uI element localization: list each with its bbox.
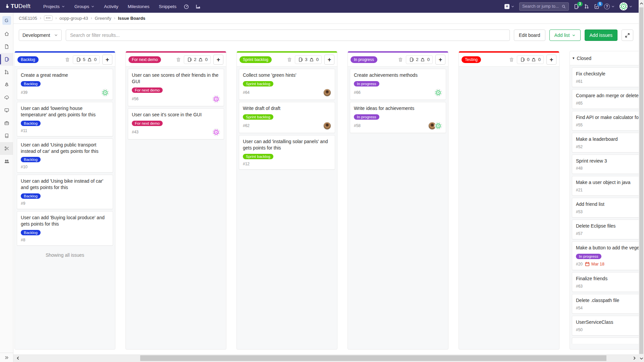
assignee-avatar-photo[interactable] — [323, 89, 331, 97]
board-list-body[interactable]: Create a great readmeBacklog#39User can … — [15, 67, 115, 349]
edit-board-button[interactable]: Edit board — [514, 29, 545, 41]
issue-label[interactable]: Backlog — [21, 230, 41, 235]
sidebar-item-file[interactable] — [0, 40, 13, 53]
add-card-button[interactable]: + — [435, 55, 445, 65]
nav-snippets[interactable]: Snippets — [155, 2, 180, 11]
breadcrumb-ellipsis[interactable]: ••• — [44, 15, 53, 21]
add-card-button[interactable]: + — [546, 55, 556, 65]
chart-icon[interactable] — [192, 2, 204, 11]
sidebar-item-monitor[interactable] — [0, 104, 13, 117]
add-list-button[interactable]: Add list — [549, 29, 581, 41]
assignee-avatar-identicon[interactable] — [212, 128, 220, 136]
delete-list-icon[interactable] — [176, 57, 181, 62]
horizontal-scroll-thumb[interactable] — [140, 355, 606, 361]
add-card-button[interactable]: + — [213, 55, 223, 65]
issue-card[interactable]: Sprint review 3#48 — [572, 155, 639, 174]
issue-label[interactable]: Sprint backlog — [243, 114, 273, 120]
fullscreen-button[interactable] — [622, 29, 633, 41]
assignee-avatar-identicon[interactable] — [434, 89, 442, 97]
new-menu-button[interactable]: + — [504, 4, 515, 9]
issue-card[interactable]: Write ideas for achievementsIn progress#… — [350, 102, 446, 133]
issue-label[interactable]: Sprint backlog — [243, 81, 273, 86]
issue-card[interactable]: User can see scores of their friends in … — [128, 69, 224, 106]
issue-card[interactable]: Add friend list#53 — [572, 198, 639, 218]
issue-card[interactable]: Finalize friends#63 — [572, 272, 639, 292]
breadcrumb-item-cse1105[interactable]: CSE1105 — [19, 16, 37, 21]
scroll-down-button[interactable] — [639, 356, 644, 361]
vertical-scrollbar[interactable] — [639, 0, 644, 362]
sidebar-item-rocket[interactable] — [0, 78, 13, 91]
issue-card[interactable]: Create achievements methodsIn progress#6… — [350, 69, 446, 100]
delete-list-icon[interactable] — [65, 57, 70, 62]
issue-card[interactable]: Make a leaderboard#52 — [572, 133, 639, 153]
delete-list-icon[interactable] — [398, 57, 403, 62]
issues-shortcut[interactable]: 3 — [574, 4, 579, 9]
issue-card[interactable]: User can add 'installing solar panels' a… — [239, 135, 335, 170]
issue-label[interactable]: For next demo — [132, 121, 163, 126]
board-list-body[interactable]: Fix checkstyle#61Compare adn merge or de… — [570, 65, 639, 349]
merge-requests-shortcut[interactable] — [584, 4, 589, 9]
collapse-caret-icon[interactable]: ▾ — [573, 56, 575, 60]
board-list-body[interactable]: Collect some 'green hints'Sprint backlog… — [237, 67, 337, 349]
issue-card[interactable]: Collect some 'green hints'Sprint backlog… — [239, 69, 335, 100]
sidebar-item-scissors[interactable] — [0, 142, 13, 155]
nav-milestones[interactable]: Milestones — [124, 2, 154, 11]
global-search-input[interactable] — [522, 4, 561, 9]
issue-card[interactable]: User can add 'Using public transport ins… — [17, 138, 113, 173]
scroll-left-button[interactable] — [13, 354, 22, 362]
global-search[interactable] — [519, 2, 569, 11]
horizontal-scrollbar[interactable] — [13, 354, 639, 362]
scroll-right-button[interactable] — [630, 354, 639, 362]
issue-card[interactable]: Delete .classpath file#54 — [572, 294, 639, 314]
sidebar-expand-button[interactable] — [0, 353, 13, 362]
tudelft-logo[interactable]: TUDelft — [5, 3, 31, 10]
delete-list-icon[interactable] — [287, 57, 292, 62]
issue-label[interactable]: In progress — [354, 114, 379, 120]
issue-card[interactable]: User can add 'lowering house temperature… — [17, 102, 113, 136]
help-menu[interactable]: ? — [604, 4, 615, 9]
board-list-body[interactable]: User can see scores of their friends in … — [126, 67, 226, 349]
project-avatar[interactable]: G — [2, 16, 11, 25]
issue-card[interactable]: Make a button to add the vegetarianIn pr… — [572, 241, 639, 270]
vertical-scroll-thumb[interactable] — [639, 7, 643, 354]
issue-card[interactable]: Find API or make calculator for CO2#55 — [572, 111, 639, 131]
issue-label[interactable]: Sprint backlog — [243, 154, 273, 159]
issue-label[interactable]: In progress — [576, 254, 601, 259]
issue-card[interactable]: User can add 'Buying local produce' and … — [17, 211, 113, 246]
issue-card-partial[interactable] — [572, 338, 639, 344]
delete-list-icon[interactable] — [509, 57, 514, 62]
sidebar-item-package[interactable] — [0, 117, 13, 129]
add-card-button[interactable]: + — [324, 55, 334, 65]
nav-projects[interactable]: Projects — [39, 2, 69, 11]
todos-shortcut[interactable]: 5 — [594, 4, 599, 9]
issue-label[interactable]: Backlog — [21, 121, 41, 126]
issue-card[interactable]: Create a great readmeBacklog#39 — [17, 69, 113, 100]
breadcrumb-item-greenify[interactable]: Greenify — [95, 16, 111, 21]
issue-label[interactable]: Backlog — [21, 193, 41, 199]
sidebar-item-merge-request[interactable] — [0, 66, 13, 78]
assignee-avatar-photo[interactable] — [323, 122, 331, 130]
nav-groups[interactable]: Groups — [70, 2, 99, 11]
nav-activity[interactable]: Activity — [100, 2, 122, 11]
board-list-body[interactable]: Create achievements methodsIn progress#6… — [348, 67, 448, 349]
issue-card[interactable]: User can add 'Using bike instead of car'… — [17, 175, 113, 209]
breadcrumb-item-oopp-group-43[interactable]: oopp-group-43 — [59, 16, 88, 21]
assignee-avatar-identicon[interactable] — [434, 122, 442, 130]
board-switcher[interactable]: Development — [19, 29, 62, 41]
sidebar-item-book[interactable] — [0, 129, 13, 142]
issue-label[interactable]: For next demo — [132, 87, 163, 93]
sidebar-item-users[interactable] — [0, 155, 13, 168]
issue-card[interactable]: Make a user object in java#21 — [572, 176, 639, 196]
issue-card[interactable]: User can see it's score in the GUIFor ne… — [128, 108, 224, 139]
add-issues-button[interactable]: Add issues — [585, 29, 618, 41]
issue-card[interactable]: Compare adn merge or delete old branches… — [572, 89, 639, 109]
issue-card[interactable]: Write draft of draftSprint backlog#62 — [239, 102, 335, 133]
assignee-avatar-identicon[interactable] — [101, 89, 109, 97]
issue-card[interactable]: Delete Eclipse files#57 — [572, 220, 639, 239]
issue-card[interactable]: Fix checkstyle#61 — [572, 67, 639, 87]
board-filter-input[interactable] — [66, 29, 510, 41]
dashboard-icon[interactable] — [180, 2, 192, 11]
issue-label[interactable]: Backlog — [21, 81, 41, 86]
issue-label[interactable]: In progress — [354, 81, 379, 86]
issue-label[interactable]: Backlog — [21, 157, 41, 162]
